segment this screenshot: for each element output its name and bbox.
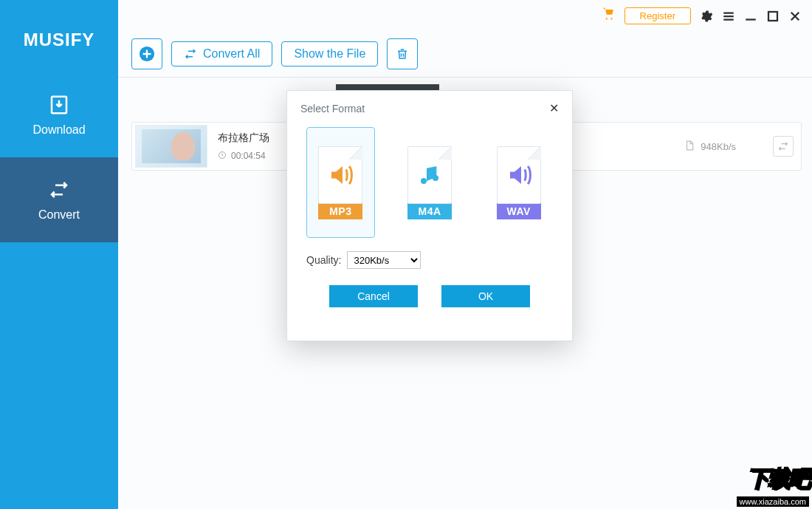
register-button[interactable]: Register: [625, 7, 691, 24]
quality-label: Quality:: [306, 254, 341, 266]
quality-select[interactable]: 320Kb/s: [347, 251, 421, 269]
repeat-button[interactable]: [773, 136, 794, 157]
nav-download-label: Download: [32, 123, 85, 137]
nav-download[interactable]: Download: [0, 72, 118, 157]
svg-point-4: [433, 175, 438, 181]
sidebar: MUSIFY Download Convert: [0, 0, 118, 509]
app-logo: MUSIFY: [0, 0, 118, 72]
watermark-url: www.xiazaiba.com: [737, 496, 809, 507]
maximize-icon[interactable]: [766, 10, 780, 23]
format-m4a-label: M4A: [407, 203, 452, 219]
select-format-dialog: Select Format ✕ MP3 M4A WAV Quality: 320…: [286, 90, 573, 341]
format-option-mp3[interactable]: MP3: [306, 127, 375, 238]
cancel-button[interactable]: Cancel: [329, 285, 418, 307]
dialog-close-icon[interactable]: ✕: [549, 101, 559, 115]
format-option-wav[interactable]: WAV: [484, 127, 553, 238]
svg-rect-1: [768, 12, 777, 21]
file-thumbnail: [135, 125, 207, 168]
add-button[interactable]: [131, 38, 162, 69]
cart-icon[interactable]: [601, 7, 616, 24]
watermark-text: 下载吧: [737, 464, 809, 494]
format-wav-label: WAV: [497, 203, 541, 219]
show-file-button[interactable]: Show the File: [281, 41, 378, 66]
format-option-m4a[interactable]: M4A: [396, 127, 464, 238]
file-bitrate: 948Kb/s: [701, 141, 736, 152]
menu-icon[interactable]: [722, 10, 735, 23]
gear-icon[interactable]: [700, 10, 713, 23]
download-icon: [48, 94, 70, 116]
toolbar-divider: [118, 77, 812, 78]
file-duration: 00:04:54: [231, 151, 266, 161]
speaker-icon: [318, 146, 362, 204]
close-icon[interactable]: [788, 10, 802, 23]
format-mp3-label: MP3: [318, 203, 362, 219]
watermark: 下载吧 www.xiazaiba.com: [737, 464, 809, 508]
convert-all-label: Convert All: [203, 47, 260, 61]
topbar: Register: [601, 7, 802, 24]
nav-convert-label: Convert: [38, 208, 80, 222]
ok-button[interactable]: OK: [441, 285, 530, 307]
toolbar: Convert All Show the File: [131, 38, 418, 69]
music-note-icon: [407, 146, 452, 204]
clock-icon: [218, 151, 227, 162]
delete-button[interactable]: [387, 38, 418, 69]
speaker-icon: [497, 146, 541, 204]
minimize-icon[interactable]: [744, 10, 757, 23]
show-file-label: Show the File: [294, 47, 365, 61]
file-icon: [684, 140, 695, 154]
nav-convert[interactable]: Convert: [0, 157, 118, 242]
convert-icon: [48, 179, 70, 201]
dialog-title: Select Format: [300, 103, 365, 115]
file-title: 布拉格广场: [218, 131, 269, 145]
convert-all-button[interactable]: Convert All: [171, 41, 272, 66]
